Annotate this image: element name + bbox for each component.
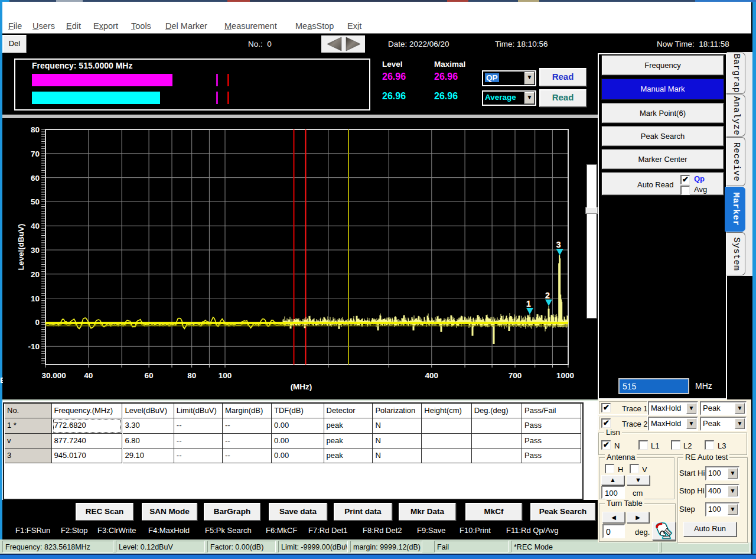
svg-text:20: 20 xyxy=(31,270,40,279)
svg-text:(MHz): (MHz) xyxy=(291,382,312,391)
svg-text:50: 50 xyxy=(31,197,40,206)
svg-text:80: 80 xyxy=(187,371,196,380)
svg-text:-10: -10 xyxy=(28,342,40,351)
svg-text:40: 40 xyxy=(31,222,40,230)
svg-text:1000: 1000 xyxy=(556,371,574,380)
svg-text:100: 100 xyxy=(219,371,232,380)
svg-text:80: 80 xyxy=(31,125,40,134)
svg-text:30.000: 30.000 xyxy=(42,371,66,380)
svg-text:70: 70 xyxy=(31,150,40,158)
svg-text:400: 400 xyxy=(425,371,439,380)
svg-text:1: 1 xyxy=(526,299,531,308)
svg-text:60: 60 xyxy=(31,174,40,183)
svg-text:700: 700 xyxy=(509,371,522,380)
svg-text:0: 0 xyxy=(35,318,40,327)
svg-text:40: 40 xyxy=(84,371,93,380)
svg-text:Level(dBuV): Level(dBuV) xyxy=(17,224,25,271)
svg-text:60: 60 xyxy=(145,371,154,380)
svg-text:10: 10 xyxy=(31,294,40,303)
svg-text:2: 2 xyxy=(545,291,550,300)
svg-text:30: 30 xyxy=(31,246,40,255)
svg-text:3: 3 xyxy=(556,240,561,249)
